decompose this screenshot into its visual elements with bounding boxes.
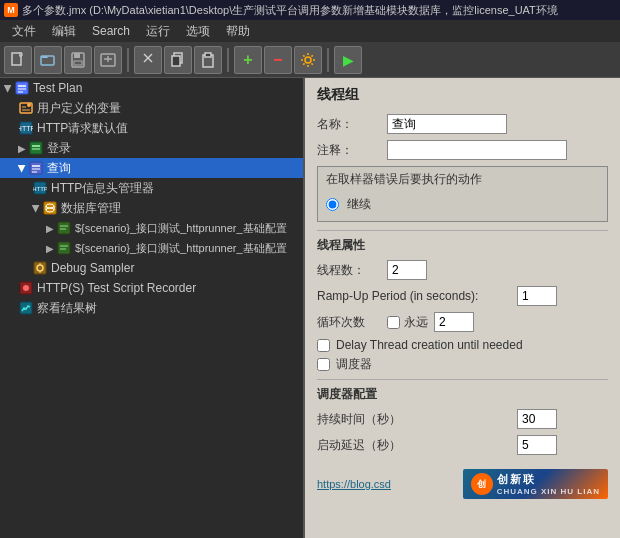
watermark-logo: 创 xyxy=(471,473,493,495)
svg-point-22 xyxy=(27,103,31,107)
continue-row: 继续 xyxy=(326,192,599,217)
tree-label-httpmgr: HTTP信息头管理器 xyxy=(51,180,154,197)
svg-point-50 xyxy=(23,285,29,291)
open-button[interactable] xyxy=(34,46,62,74)
new-button[interactable] xyxy=(4,46,32,74)
svg-rect-25 xyxy=(30,142,42,154)
testplan-icon xyxy=(14,80,30,96)
thread-count-input[interactable] xyxy=(387,260,427,280)
menu-options[interactable]: 选项 xyxy=(178,21,218,42)
left-panel: ▶ Test Plan 用户定义的变量 HTTP HTTP请求默认值 ▶ xyxy=(0,78,305,538)
scenario2-icon xyxy=(56,240,72,256)
tree-item-testplan[interactable]: ▶ Test Plan xyxy=(0,78,303,98)
tree-label-scenario2: ${scenario}_接口测试_httprunner_基础配置 xyxy=(75,241,287,256)
svg-rect-11 xyxy=(172,56,180,66)
comment-label: 注释： xyxy=(317,142,387,159)
menu-run[interactable]: 运行 xyxy=(138,21,178,42)
tree-item-userdef[interactable]: 用户定义的变量 xyxy=(0,98,303,118)
delay-thread-checkbox[interactable] xyxy=(317,339,330,352)
paste-button[interactable] xyxy=(194,46,222,74)
main-layout: ▶ Test Plan 用户定义的变量 HTTP HTTP请求默认值 ▶ xyxy=(0,78,620,538)
section-title: 线程组 xyxy=(317,86,608,104)
play-icon: ▶ xyxy=(343,52,354,68)
watermark-line2: CHUANG XIN HU LIAN xyxy=(497,487,600,496)
tree-item-debug[interactable]: Debug Sampler xyxy=(0,258,303,278)
db-icon xyxy=(42,200,58,216)
thread-props-title: 线程属性 xyxy=(317,237,608,254)
title-bar: M 多个参数.jmx (D:\MyData\xietian1\Desktop\生… xyxy=(0,0,620,20)
settings-button[interactable] xyxy=(294,46,322,74)
menu-bar: 文件 编辑 Search 运行 选项 帮助 xyxy=(0,20,620,42)
tree-item-scenario2[interactable]: ▶ ${scenario}_接口测试_httprunner_基础配置 xyxy=(0,238,303,258)
tree-label-debug: Debug Sampler xyxy=(51,261,134,275)
loop-label: 循环次数 xyxy=(317,314,387,331)
copy-button[interactable] xyxy=(164,46,192,74)
startdelay-label: 启动延迟（秒） xyxy=(317,437,517,454)
comment-row: 注释： xyxy=(317,140,608,160)
tree-item-httpmgr[interactable]: HTTP HTTP信息头管理器 xyxy=(0,178,303,198)
thread-count-label: 线程数： xyxy=(317,262,387,279)
query-icon xyxy=(28,160,44,176)
tree-item-query[interactable]: ▶ 查询 xyxy=(0,158,303,178)
continue-radio[interactable] xyxy=(326,198,339,211)
toolbar: + − ▶ xyxy=(0,42,620,78)
thread-count-row: 线程数： xyxy=(317,260,608,280)
startdelay-input[interactable] xyxy=(517,435,557,455)
duration-row: 持续时间（秒） xyxy=(317,409,608,429)
save-button[interactable] xyxy=(64,46,92,74)
loop-row: 循环次数 永远 xyxy=(317,312,608,332)
add-button[interactable]: + xyxy=(234,46,262,74)
saveas-button[interactable] xyxy=(94,46,122,74)
rampup-input[interactable] xyxy=(517,286,557,306)
scheduler-config-title: 调度器配置 xyxy=(317,386,608,403)
divider-2 xyxy=(317,379,608,380)
arrow-query: ▶ xyxy=(17,164,28,172)
comment-input[interactable] xyxy=(387,140,567,160)
svg-rect-42 xyxy=(58,242,70,254)
rampup-label: Ramp-Up Period (in seconds): xyxy=(317,289,517,303)
tree-item-result[interactable]: 察看结果树 xyxy=(0,298,303,318)
loop-count-input[interactable] xyxy=(434,312,474,332)
duration-input[interactable] xyxy=(517,409,557,429)
tree-label-recorder: HTTP(S) Test Script Recorder xyxy=(37,281,196,295)
tree-item-login[interactable]: ▶ 登录 xyxy=(0,138,303,158)
svg-rect-39 xyxy=(58,222,70,234)
name-label: 名称： xyxy=(317,116,387,133)
duration-label: 持续时间（秒） xyxy=(317,411,517,428)
menu-search[interactable]: Search xyxy=(84,22,138,40)
userdef-icon xyxy=(18,100,34,116)
name-input[interactable] xyxy=(387,114,507,134)
tree-item-recorder[interactable]: HTTP(S) Test Script Recorder xyxy=(0,278,303,298)
httpdefault-icon: HTTP xyxy=(18,120,34,136)
menu-file[interactable]: 文件 xyxy=(4,21,44,42)
toolbar-sep-3 xyxy=(327,48,329,72)
arrow-scenario1: ▶ xyxy=(46,223,54,234)
remove-button[interactable]: − xyxy=(264,46,292,74)
scheduler-row: 调度器 xyxy=(317,356,608,373)
tree-label-userdef: 用户定义的变量 xyxy=(37,100,121,117)
svg-rect-3 xyxy=(74,53,80,58)
scenario1-icon xyxy=(56,220,72,236)
httpmgr-icon: HTTP xyxy=(32,180,48,196)
forever-checkbox[interactable] xyxy=(387,316,400,329)
menu-edit[interactable]: 编辑 xyxy=(44,21,84,42)
cut-button[interactable] xyxy=(134,46,162,74)
rampup-row: Ramp-Up Period (in seconds): xyxy=(317,286,608,306)
divider-1 xyxy=(317,230,608,231)
scheduler-label: 调度器 xyxy=(336,356,372,373)
svg-rect-13 xyxy=(205,53,211,57)
login-icon xyxy=(28,140,44,156)
scheduler-checkbox[interactable] xyxy=(317,358,330,371)
arrow-scenario2: ▶ xyxy=(46,243,54,254)
bottom-url: https://blog.csd xyxy=(317,478,391,490)
run-button[interactable]: ▶ xyxy=(334,46,362,74)
menu-help[interactable]: 帮助 xyxy=(218,21,258,42)
svg-text:HTTP: HTTP xyxy=(33,186,47,192)
title-text: 多个参数.jmx (D:\MyData\xietian1\Desktop\生产测… xyxy=(22,3,558,18)
arrow-login: ▶ xyxy=(18,143,26,154)
startdelay-row: 启动延迟（秒） xyxy=(317,435,608,455)
tree-item-dbmgmt[interactable]: ▶ 数据库管理 xyxy=(0,198,303,218)
watermark-text: 创新联 CHUANG XIN HU LIAN xyxy=(497,472,600,496)
tree-item-httpdefault[interactable]: HTTP HTTP请求默认值 xyxy=(0,118,303,138)
tree-item-scenario1[interactable]: ▶ ${scenario}_接口测试_httprunner_基础配置 xyxy=(0,218,303,238)
